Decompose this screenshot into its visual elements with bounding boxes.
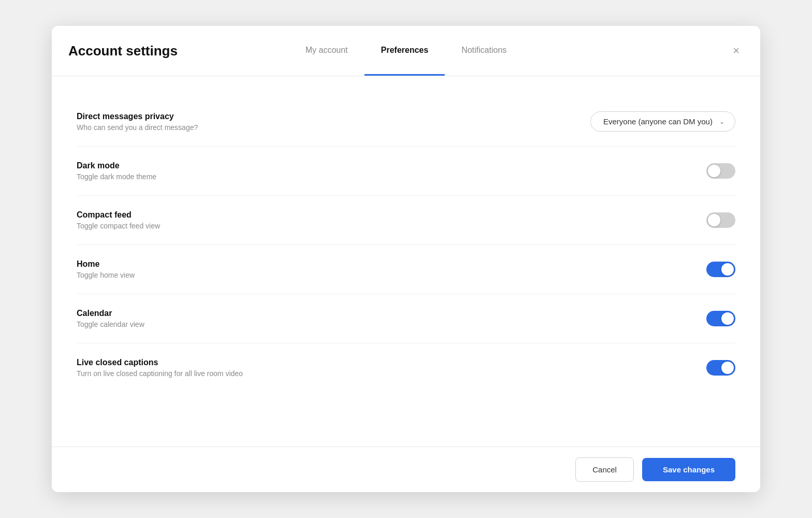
compact-feed-description: Toggle compact feed view [77, 222, 690, 230]
page-title: Account settings [68, 43, 178, 59]
toggle-knob [721, 263, 734, 276]
compact-feed-toggle[interactable] [706, 212, 735, 228]
home-label: Home [77, 260, 690, 269]
toggle-knob [708, 165, 720, 177]
calendar-description: Toggle calendar view [77, 320, 690, 328]
chevron-down-icon: ⌄ [719, 118, 724, 125]
modal-header: Account settings My account Preferences … [52, 26, 760, 76]
tab-notifications[interactable]: Notifications [445, 26, 523, 76]
compact-feed-control [706, 212, 735, 228]
dm-privacy-dropdown[interactable]: Everyone (anyone can DM you) ⌄ [590, 111, 735, 132]
tab-preferences[interactable]: Preferences [365, 26, 445, 76]
settings-content: Direct messages privacy Who can send you… [52, 76, 760, 447]
dm-privacy-value: Everyone (anyone can DM you) [603, 117, 713, 126]
home-toggle[interactable] [706, 262, 735, 277]
close-button[interactable]: × [729, 41, 744, 61]
toggle-knob [721, 312, 734, 325]
toggle-knob [721, 362, 734, 374]
compact-feed-label: Compact feed [77, 210, 690, 220]
setting-home: Home Toggle home view [77, 245, 735, 294]
live-closed-captions-control [706, 360, 735, 376]
dm-privacy-label: Direct messages privacy [77, 112, 574, 121]
home-control [706, 262, 735, 277]
dm-privacy-description: Who can send you a direct message? [77, 123, 574, 132]
toggle-knob [708, 214, 720, 226]
setting-compact-feed: Compact feed Toggle compact feed view [77, 196, 735, 245]
calendar-control [706, 311, 735, 326]
save-button[interactable]: Save changes [642, 458, 735, 481]
tab-navigation: My account Preferences Notifications [289, 26, 524, 76]
tab-my-account[interactable]: My account [289, 26, 365, 76]
dm-privacy-control: Everyone (anyone can DM you) ⌄ [590, 111, 735, 132]
modal-footer: Cancel Save changes [52, 447, 760, 492]
setting-calendar: Calendar Toggle calendar view [77, 294, 735, 343]
setting-dm-privacy: Direct messages privacy Who can send you… [77, 97, 735, 147]
setting-dark-mode: Dark mode Toggle dark mode theme [77, 147, 735, 196]
cancel-button[interactable]: Cancel [575, 457, 634, 482]
dark-mode-description: Toggle dark mode theme [77, 172, 690, 181]
live-closed-captions-description: Turn on live closed captioning for all l… [77, 369, 690, 378]
live-closed-captions-label: Live closed captions [77, 358, 690, 367]
home-description: Toggle home view [77, 271, 690, 279]
calendar-label: Calendar [77, 309, 690, 318]
dark-mode-toggle[interactable] [706, 163, 735, 179]
live-closed-captions-toggle[interactable] [706, 360, 735, 376]
setting-live-closed-captions: Live closed captions Turn on live closed… [77, 343, 735, 392]
dark-mode-control [706, 163, 735, 179]
calendar-toggle[interactable] [706, 311, 735, 326]
dark-mode-label: Dark mode [77, 161, 690, 170]
account-settings-modal: Account settings My account Preferences … [52, 26, 760, 492]
